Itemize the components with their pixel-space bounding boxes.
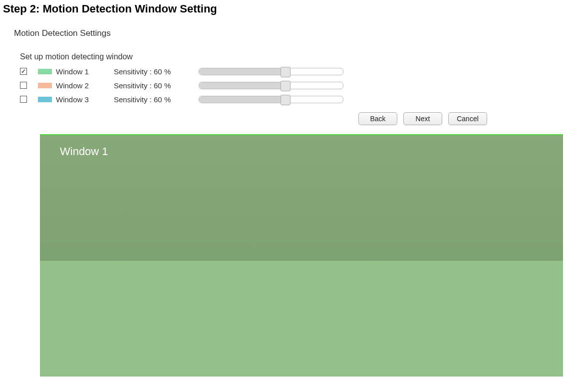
panel-title: Motion Detection Settings: [0, 15, 571, 38]
preview-upper-region: [40, 135, 563, 261]
subtitle: Set up motion detecting window: [0, 38, 571, 61]
slider-thumb[interactable]: [281, 81, 290, 91]
window-3-sensitivity-slider[interactable]: [199, 96, 343, 103]
window-rows: ✓ Window 1 Sensitivity : 60 % Window 2 S…: [0, 61, 571, 106]
window-3-checkbox[interactable]: [20, 96, 27, 103]
window-1-swatch: [38, 69, 52, 74]
window-row-3: Window 3 Sensitivity : 60 %: [20, 92, 571, 106]
window-3-swatch: [38, 97, 52, 102]
cancel-button[interactable]: Cancel: [448, 112, 487, 125]
window-3-label: Window 3: [56, 95, 114, 104]
window-row-1: ✓ Window 1 Sensitivity : 60 %: [20, 64, 571, 78]
window-1-sensitivity-label: Sensitivity : 60 %: [114, 67, 199, 76]
slider-thumb[interactable]: [281, 95, 290, 105]
window-2-label: Window 2: [56, 81, 114, 90]
window-row-2: Window 2 Sensitivity : 60 %: [20, 78, 571, 92]
window-2-checkbox[interactable]: [20, 82, 27, 89]
slider-fill: [199, 68, 286, 75]
step-heading: Step 2: Motion Detection Window Setting: [0, 0, 571, 15]
window-1-label: Window 1: [56, 67, 114, 76]
window-2-sensitivity-label: Sensitivity : 60 %: [114, 81, 199, 90]
preview-overlay-label: Window 1: [60, 145, 108, 158]
window-2-sensitivity-slider[interactable]: [199, 82, 343, 89]
window-2-swatch: [38, 83, 52, 88]
preview-lower-region: [40, 261, 563, 377]
next-button[interactable]: Next: [403, 112, 442, 125]
slider-fill: [199, 82, 286, 89]
back-button[interactable]: Back: [358, 112, 397, 125]
slider-fill: [199, 96, 286, 103]
window-1-checkbox[interactable]: ✓: [20, 68, 27, 75]
window-1-sensitivity-slider[interactable]: [199, 68, 343, 75]
camera-preview[interactable]: Window 1: [40, 134, 563, 377]
nav-buttons: Back Next Cancel: [358, 106, 571, 125]
slider-thumb[interactable]: [281, 67, 290, 77]
window-3-sensitivity-label: Sensitivity : 60 %: [114, 95, 199, 104]
